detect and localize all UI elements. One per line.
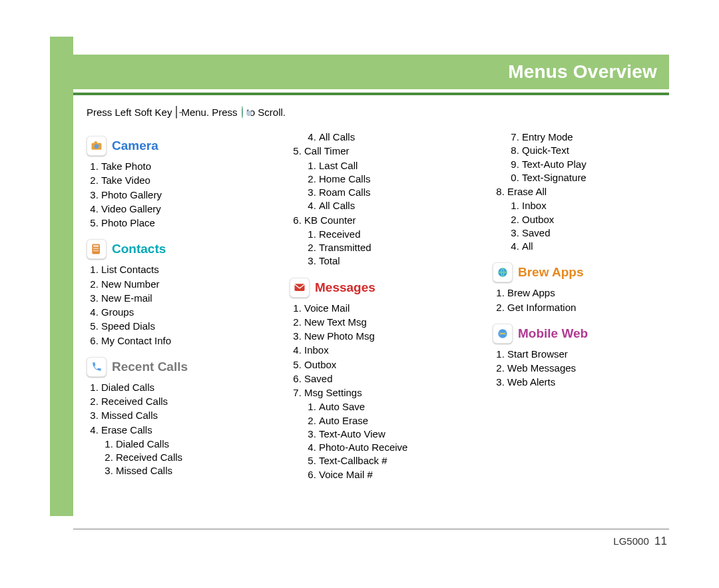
manual-page: Menus Overview Press Left Soft Key Menu.… <box>0 0 719 588</box>
list-item: Text-Auto Play <box>522 158 669 171</box>
messages-icon <box>290 278 310 298</box>
list-item: Web Alerts <box>507 376 669 389</box>
kb-counter-sublist: Received Transmitted Total <box>319 228 466 268</box>
list-item: Saved <box>522 226 669 240</box>
list-item: All Calls <box>319 131 466 144</box>
camera-list: Take Photo Take Video Photo Gallery Vide… <box>101 160 263 230</box>
list-item: Photo Gallery <box>101 188 263 202</box>
section-header-brew-apps: Brew Apps <box>493 262 669 282</box>
instruction-text-2: Menu. Press <box>181 107 237 119</box>
list-item: New Text Msg <box>304 316 466 329</box>
instruction-text-3: to Scroll. <box>247 107 286 119</box>
list-item: Erase All Inbox Outbox Saved All <box>507 185 669 253</box>
page-footer: LG5000 11 <box>613 535 667 548</box>
contacts-list: List Contacts New Number New E-mail Grou… <box>101 263 263 348</box>
list-item: All <box>522 240 669 253</box>
list-item-label: KB Counter <box>304 214 356 226</box>
contacts-icon <box>87 239 107 259</box>
list-item: Web Messages <box>507 362 669 375</box>
section-header-camera: Camera <box>87 136 263 156</box>
list-item: Dialed Calls <box>101 381 263 394</box>
list-item: Home Calls <box>319 172 466 186</box>
list-item: New E-mail <box>101 292 263 305</box>
erase-all-sublist: Inbox Outbox Saved All <box>522 199 669 253</box>
mobile-web-icon <box>493 324 513 344</box>
list-item: Start Browser <box>507 348 669 361</box>
section-header-mobile-web: Mobile Web <box>493 324 669 344</box>
list-item: Received Calls <box>101 395 263 408</box>
section-header-contacts: Contacts <box>87 239 263 259</box>
footer-page-number: 11 <box>654 535 667 547</box>
list-item: Photo-Auto Receive <box>319 441 466 454</box>
list-item: Take Video <box>101 174 263 187</box>
list-item: Received <box>319 228 466 241</box>
header-underline <box>73 93 669 95</box>
list-item: Call Timer Last Call Home Calls Roam Cal… <box>304 145 466 212</box>
section-title-messages: Messages <box>315 279 375 296</box>
mobile-web-list: Start Browser Web Messages Web Alerts <box>507 348 669 390</box>
list-item: Outbox <box>522 213 669 226</box>
list-item-label: Erase All <box>507 186 547 197</box>
list-item: Inbox <box>304 344 466 357</box>
footer-rule <box>73 529 669 530</box>
list-item: New Photo Msg <box>304 330 466 343</box>
list-item-label: Call Timer <box>304 145 350 156</box>
list-item: New Number <box>101 278 263 291</box>
section-mobile-web: Mobile Web Start Browser Web Messages We… <box>493 324 669 390</box>
section-camera: Camera Take Photo Take Video Photo Galle… <box>87 136 263 230</box>
svg-rect-5 <box>93 248 99 250</box>
softkey-icon <box>176 107 177 119</box>
svg-rect-7 <box>295 284 305 291</box>
list-item: Voice Mail # <box>319 468 466 481</box>
list-item: Auto Save <box>319 400 466 414</box>
list-item: Video Gallery <box>101 202 263 216</box>
menu-columns: Camera Take Photo Take Video Photo Galle… <box>87 131 669 490</box>
list-item: Dialed Calls <box>116 438 263 451</box>
section-title-contacts: Contacts <box>112 240 166 258</box>
section-title-mobile-web: Mobile Web <box>518 325 588 342</box>
list-item: Total <box>319 254 466 268</box>
list-item: Roam Calls <box>319 186 466 199</box>
section-contacts: Contacts List Contacts New Number New E-… <box>87 239 263 348</box>
svg-rect-2 <box>95 141 97 143</box>
instruction-text-1: Press Left Soft Key <box>87 107 172 119</box>
brew-apps-icon <box>493 262 513 282</box>
list-item: All Calls <box>319 199 466 212</box>
svg-rect-4 <box>93 245 99 247</box>
list-item-label: Msg Settings <box>304 387 362 398</box>
list-item: Quick-Text <box>522 144 669 157</box>
list-item: Missed Calls <box>116 464 263 477</box>
list-item: Get Information <box>507 301 669 314</box>
section-title-recent-calls: Recent Calls <box>112 358 188 376</box>
list-item: Inbox <box>522 199 669 212</box>
section-header-recent-calls: Recent Calls <box>87 357 263 377</box>
section-title-camera: Camera <box>112 137 158 154</box>
left-accent-bar <box>50 37 73 516</box>
list-item: Brew Apps <box>507 286 669 300</box>
list-item: Last Call <box>319 159 466 172</box>
list-item: Text-Signature <box>522 171 669 184</box>
list-item: Text-Callback # <box>319 454 466 467</box>
page-content: Press Left Soft Key Menu. Press to Scrol… <box>87 107 669 528</box>
list-item: KB Counter Received Transmitted Total <box>304 214 466 268</box>
list-item: Missed Calls <box>101 409 263 422</box>
recent-calls-icon <box>87 357 107 377</box>
list-item: My Contact Info <box>101 334 263 348</box>
svg-point-1 <box>95 145 99 149</box>
call-timer-sublist: Last Call Home Calls Roam Calls All Call… <box>319 159 466 213</box>
list-item: Entry Mode <box>522 131 669 144</box>
list-item-label: Erase Calls <box>101 424 152 436</box>
list-item: Groups <box>101 306 263 319</box>
list-item: Text-Auto View <box>319 428 466 441</box>
svg-rect-6 <box>93 250 99 252</box>
camera-icon <box>87 136 107 156</box>
dpad-icon <box>242 107 243 119</box>
section-brew-apps: Brew Apps Brew Apps Get Information <box>493 262 669 314</box>
list-item: Speed Dials <box>101 320 263 333</box>
list-item: Photo Place <box>101 216 263 230</box>
list-item: Voice Mail <box>304 302 466 315</box>
section-header-messages: Messages <box>290 278 466 298</box>
list-item: Transmitted <box>319 241 466 254</box>
footer-model: LG5000 <box>613 535 648 547</box>
brew-apps-list: Brew Apps Get Information <box>507 286 669 314</box>
